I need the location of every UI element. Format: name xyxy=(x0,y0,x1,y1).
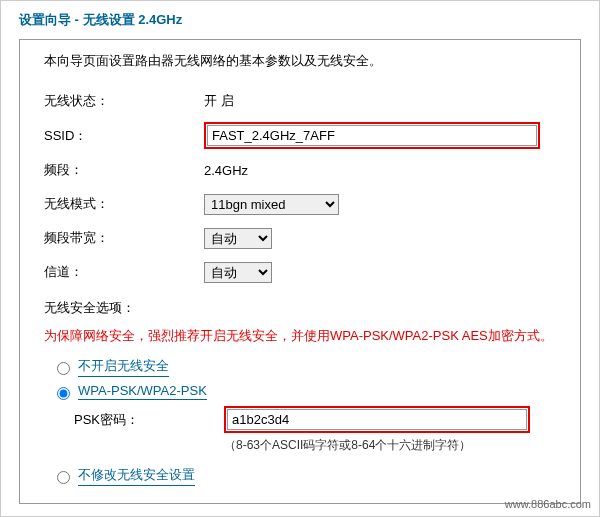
radio-row-none[interactable]: 不开启无线安全 xyxy=(52,357,556,377)
radio-label-none[interactable]: 不开启无线安全 xyxy=(78,357,169,377)
ssid-input[interactable] xyxy=(207,125,537,146)
intro-text: 本向导页面设置路由器无线网络的基本参数以及无线安全。 xyxy=(44,52,556,70)
security-warning: 为保障网络安全，强烈推荐开启无线安全，并使用WPA-PSK/WPA2-PSK A… xyxy=(44,325,556,347)
radio-wpa[interactable] xyxy=(57,387,70,400)
radio-label-keep[interactable]: 不修改无线安全设置 xyxy=(78,466,195,486)
ssid-highlight xyxy=(204,122,540,149)
label-ssid: SSID： xyxy=(44,127,204,145)
footer-url: www.886abc.com xyxy=(505,498,591,510)
wizard-window: 设置向导 - 无线设置 2.4GHz 本向导页面设置路由器无线网络的基本参数以及… xyxy=(0,0,600,517)
psk-input[interactable] xyxy=(227,409,527,430)
radio-row-wpa[interactable]: WPA-PSK/WPA2-PSK xyxy=(52,383,556,400)
bandwidth-select[interactable]: 自动 xyxy=(204,228,272,249)
channel-select[interactable]: 自动 xyxy=(204,262,272,283)
security-section-label: 无线安全选项： xyxy=(44,299,556,317)
row-bandwidth: 频段带宽： 自动 xyxy=(44,225,556,251)
psk-hint: （8-63个ASCII码字符或8-64个十六进制字符） xyxy=(224,437,556,454)
label-bandwidth: 频段带宽： xyxy=(44,229,204,247)
radio-keep[interactable] xyxy=(57,471,70,484)
row-band: 频段： 2.4GHz xyxy=(44,157,556,183)
mode-select[interactable]: 11bgn mixed xyxy=(204,194,339,215)
psk-label: PSK密码： xyxy=(74,411,224,429)
label-mode: 无线模式： xyxy=(44,195,204,213)
row-channel: 信道： 自动 xyxy=(44,259,556,285)
radio-none[interactable] xyxy=(57,362,70,375)
row-ssid: SSID： xyxy=(44,122,556,149)
radio-row-keep[interactable]: 不修改无线安全设置 xyxy=(52,466,556,486)
row-wireless-status: 无线状态： 开 启 xyxy=(44,88,556,114)
page-title: 设置向导 - 无线设置 2.4GHz xyxy=(19,11,581,29)
label-band: 频段： xyxy=(44,161,204,179)
psk-block: PSK密码： （8-63个ASCII码字符或8-64个十六进制字符） xyxy=(74,406,556,454)
value-band: 2.4GHz xyxy=(204,163,556,178)
value-wireless-status: 开 启 xyxy=(204,92,556,110)
label-wireless-status: 无线状态： xyxy=(44,92,204,110)
psk-row: PSK密码： xyxy=(74,406,556,433)
settings-panel: 本向导页面设置路由器无线网络的基本参数以及无线安全。 无线状态： 开 启 SSI… xyxy=(19,39,581,504)
radio-label-wpa[interactable]: WPA-PSK/WPA2-PSK xyxy=(78,383,207,400)
label-channel: 信道： xyxy=(44,263,204,281)
row-mode: 无线模式： 11bgn mixed xyxy=(44,191,556,217)
psk-highlight xyxy=(224,406,530,433)
